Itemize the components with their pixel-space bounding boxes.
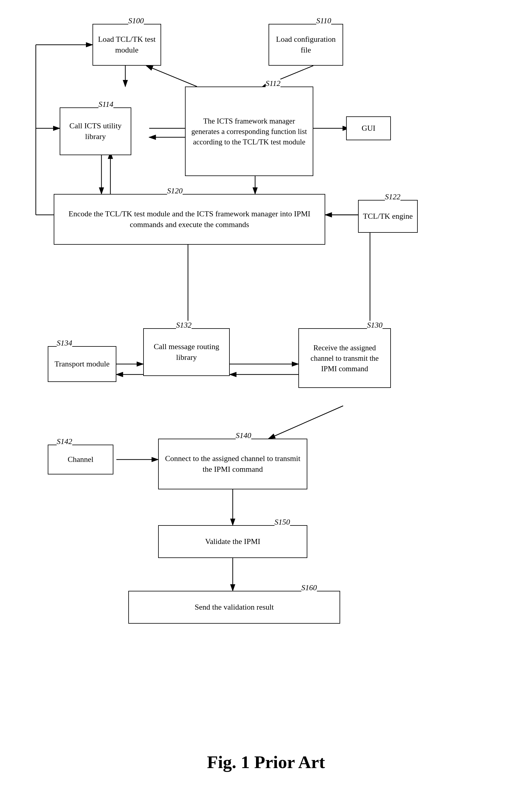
- s114-label: S114: [98, 100, 113, 109]
- s114-text: Call ICTS utility library: [64, 120, 127, 142]
- s142-text: Channel: [68, 454, 94, 465]
- s120-box: Encode the TCL/TK test module and the IC…: [54, 194, 325, 245]
- s130-box: Receive the assigned channel to transmit…: [298, 328, 391, 388]
- s110-box: Load configuration file: [268, 24, 343, 65]
- s150-text: Validate the IPMI: [205, 536, 261, 547]
- s132-box: Call message routing library: [143, 328, 230, 376]
- s150-label: S150: [274, 518, 290, 527]
- s100-label: S100: [128, 16, 144, 25]
- s142-box: Channel: [48, 444, 113, 474]
- s134-text: Transport module: [55, 359, 110, 369]
- s100-text: Load TCL/TK test module: [97, 34, 156, 56]
- s122-text: TCL/TK engine: [363, 211, 413, 222]
- s150-box: Validate the IPMI: [158, 525, 307, 558]
- s112-text: The ICTS framework manager generates a c…: [190, 116, 308, 147]
- diagram: Load TCL/TK test module S100 Load config…: [0, 0, 532, 746]
- figure-caption: Fig. 1 Prior Art: [0, 752, 532, 784]
- s110-label: S110: [316, 16, 331, 25]
- s140-box: Connect to the assigned channel to trans…: [158, 439, 307, 489]
- s134-box: Transport module: [48, 346, 116, 382]
- s112-box: The ICTS framework manager generates a c…: [185, 87, 313, 176]
- s122-box: TCL/TK engine: [358, 200, 418, 233]
- gui-text: GUI: [362, 123, 375, 134]
- gui-box: GUI: [346, 116, 391, 140]
- s122-label: S122: [385, 192, 400, 202]
- s140-label: S140: [236, 431, 251, 440]
- svg-line-4: [146, 65, 197, 87]
- s100-box: Load TCL/TK test module: [93, 24, 161, 65]
- s160-box: Send the validation result: [128, 591, 340, 624]
- s120-text: Encode the TCL/TK test module and the IC…: [58, 209, 320, 230]
- s120-label: S120: [167, 187, 183, 195]
- s142-label: S142: [57, 437, 72, 446]
- s160-text: Send the validation result: [194, 602, 273, 613]
- s140-text: Connect to the assigned channel to trans…: [163, 453, 303, 475]
- s110-text: Load configuration file: [273, 34, 338, 56]
- s130-text: Receive the assigned channel to transmit…: [303, 343, 386, 374]
- s132-text: Call message routing library: [148, 341, 225, 363]
- s130-label: S130: [367, 321, 382, 330]
- s160-label: S160: [301, 583, 317, 592]
- s134-label: S134: [57, 339, 72, 348]
- s114-box: Call ICTS utility library: [60, 108, 131, 155]
- s132-label: S132: [176, 321, 192, 330]
- svg-line-24: [268, 406, 343, 439]
- s112-label: S112: [266, 79, 281, 88]
